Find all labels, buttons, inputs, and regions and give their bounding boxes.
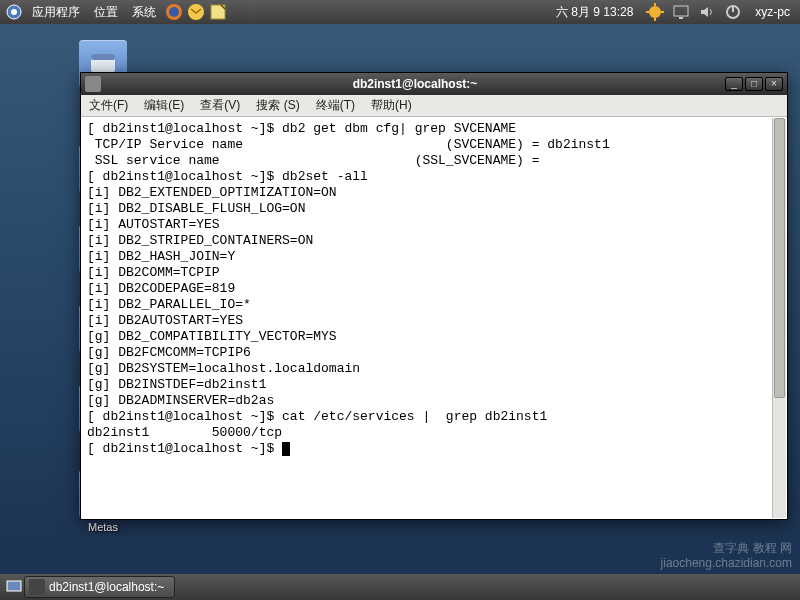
power-icon[interactable]: [723, 2, 743, 22]
svg-rect-27: [7, 581, 21, 591]
menu-view[interactable]: 查看(V): [192, 95, 248, 116]
terminal-line: [i] DB2COMM=TCPIP: [87, 265, 781, 281]
volume-icon[interactable]: [697, 2, 717, 22]
terminal-line: [i] DB2_EXTENDED_OPTIMIZATION=ON: [87, 185, 781, 201]
terminal-line: [i] DB2_PARALLEL_IO=*: [87, 297, 781, 313]
terminal-line: [g] DB2INSTDEF=db2inst1: [87, 377, 781, 393]
minimize-button[interactable]: _: [725, 77, 743, 91]
window-controls: _ □ ×: [725, 77, 783, 91]
terminal-scrollbar[interactable]: [772, 118, 786, 518]
svg-rect-16: [91, 54, 115, 60]
terminal-line: [ db2inst1@localhost ~]$ cat /etc/servic…: [87, 409, 781, 425]
terminal-line: [g] DB2SYSTEM=localhost.localdomain: [87, 361, 781, 377]
terminal-line: db2inst1 50000/tcp: [87, 425, 781, 441]
terminal-line: [i] DB2CODEPAGE=819: [87, 281, 781, 297]
taskbar-terminal-button[interactable]: db2inst1@localhost:~: [24, 576, 175, 598]
menu-terminal[interactable]: 终端(T): [308, 95, 363, 116]
menu-help[interactable]: 帮助(H): [363, 95, 420, 116]
close-button[interactable]: ×: [765, 77, 783, 91]
desktop-icon-label: Metas: [88, 521, 118, 534]
svg-point-4: [188, 4, 204, 20]
menu-places[interactable]: 位置: [88, 2, 124, 23]
watermark: 查字典 教程 网 jiaocheng.chazidian.com: [661, 541, 792, 570]
terminal-line: [ db2inst1@localhost ~]$ db2 get dbm cfg…: [87, 121, 781, 137]
terminal-titlebar[interactable]: db2inst1@localhost:~ _ □ ×: [81, 73, 787, 95]
watermark-line2: jiaocheng.chazidian.com: [661, 556, 792, 570]
svg-point-3: [169, 7, 179, 17]
menu-search[interactable]: 搜索 (S): [248, 95, 307, 116]
terminal-line: SSL service name (SSL_SVCENAME) =: [87, 153, 781, 169]
svg-point-1: [11, 9, 17, 15]
terminal-line: [i] DB2_STRIPED_CONTAINERS=ON: [87, 233, 781, 249]
bottom-panel: db2inst1@localhost:~: [0, 574, 800, 600]
terminal-line: [i] DB2AUTOSTART=YES: [87, 313, 781, 329]
scrollbar-thumb[interactable]: [774, 118, 785, 398]
show-desktop-icon[interactable]: [4, 577, 24, 597]
menu-applications[interactable]: 应用程序: [26, 2, 86, 23]
terminal-line: [i] AUTOSTART=YES: [87, 217, 781, 233]
top-panel: 应用程序 位置 系统 六 8月 9 13:28 xyz-pc: [0, 0, 800, 24]
maximize-button[interactable]: □: [745, 77, 763, 91]
svg-rect-11: [674, 6, 688, 16]
terminal-line: [g] DB2_COMPATIBILITY_VECTOR=MYS: [87, 329, 781, 345]
terminal-line: [g] DB2ADMINSERVER=db2as: [87, 393, 781, 409]
panel-left: 应用程序 位置 系统: [4, 2, 228, 23]
terminal-line: [ db2inst1@localhost ~]$ db2set -all: [87, 169, 781, 185]
hostname-label: xyz-pc: [749, 5, 796, 19]
menu-file[interactable]: 文件(F): [81, 95, 136, 116]
menu-system[interactable]: 系统: [126, 2, 162, 23]
terminal-cursor: [282, 442, 290, 456]
svg-rect-12: [679, 17, 683, 19]
panel-clock[interactable]: 六 8月 9 13:28: [550, 4, 639, 21]
weather-icon[interactable]: [645, 2, 665, 22]
terminal-title: db2inst1@localhost:~: [105, 77, 725, 91]
terminal-titlebar-icon: [85, 76, 101, 92]
terminal-line: [i] DB2_DISABLE_FLUSH_LOG=ON: [87, 201, 781, 217]
display-icon[interactable]: [671, 2, 691, 22]
terminal-line: [i] DB2_HASH_JOIN=Y: [87, 249, 781, 265]
panel-right: 六 8月 9 13:28 xyz-pc: [550, 2, 796, 22]
watermark-line1: 查字典 教程 网: [661, 541, 792, 555]
terminal-line: [ db2inst1@localhost ~]$: [87, 441, 781, 457]
note-icon[interactable]: [208, 2, 228, 22]
terminal-body[interactable]: [ db2inst1@localhost ~]$ db2 get dbm cfg…: [81, 117, 787, 519]
svg-point-6: [649, 6, 661, 18]
terminal-window: db2inst1@localhost:~ _ □ × 文件(F) 编辑(E) 查…: [80, 72, 788, 520]
firefox-icon[interactable]: [164, 2, 184, 22]
task-terminal-icon: [29, 579, 45, 595]
mail-icon[interactable]: [186, 2, 206, 22]
terminal-line: [g] DB2FCMCOMM=TCPIP6: [87, 345, 781, 361]
terminal-menubar: 文件(F) 编辑(E) 查看(V) 搜索 (S) 终端(T) 帮助(H): [81, 95, 787, 117]
menu-edit[interactable]: 编辑(E): [136, 95, 192, 116]
terminal-line: TCP/IP Service name (SVCENAME) = db2inst…: [87, 137, 781, 153]
system-menu-icon[interactable]: [4, 2, 24, 22]
task-label: db2inst1@localhost:~: [49, 580, 164, 594]
